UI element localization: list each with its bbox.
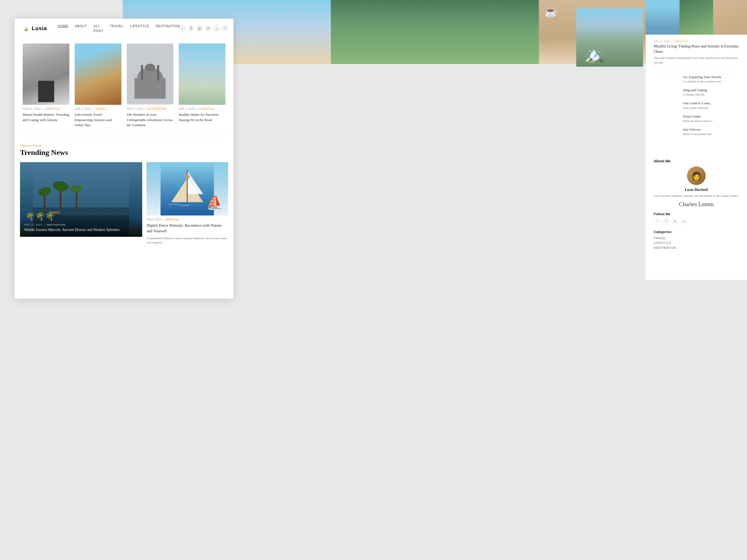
sidebar-article-meta: FEB 12, 2023 | LIFESTYLE [654, 40, 739, 43]
trending-main-overlay: FEB 10, 2023 | DESTINATION Middle Easter… [20, 218, 142, 237]
facebook-icon[interactable]: f [180, 26, 185, 31]
category-lifestyle[interactable]: LIFESTYLE [654, 241, 739, 244]
follow-title: Follow Me [654, 212, 739, 216]
sidebar-article-category: LIFESTYLE [674, 40, 688, 43]
follow-twitter-icon[interactable]: 𝕏 [663, 218, 669, 224]
trending-label: Popular Posts [20, 144, 228, 147]
article-category-2: TRAVEL [95, 107, 106, 110]
article-image-3 [127, 44, 174, 105]
nav-link-travel[interactable]: TRAVEL [110, 24, 124, 28]
logo[interactable]: 🍃 Lusia [23, 25, 47, 31]
article-meta-4: FEB 1, 2023 | LIFESTYLE [179, 107, 226, 110]
logo-text: Lusia [32, 25, 47, 31]
article-title-2: Solo Female Travel: Empowering Journeys … [75, 112, 121, 128]
trending-sec-date: FEB 6, 2023 [147, 218, 161, 221]
about-title: About Me [654, 159, 739, 163]
nav-link-home[interactable]: HOME [58, 24, 68, 28]
about-name: Lusia Bierhoff [654, 188, 739, 192]
menu-icon[interactable]: ≡ [223, 26, 228, 31]
article-category-4: LIFESTYLE [199, 107, 214, 110]
svg-rect-5 [157, 65, 159, 81]
follow-pinterest-icon[interactable]: P [681, 218, 687, 224]
sidebar-bg-articles: res: Exploring Your Travels h a checklis… [683, 75, 742, 140]
article-title-4: Healthy Habits for Travelers: Staying Fi… [179, 112, 226, 123]
article-meta-3: FEB 6, 2023 | DESTINATION [127, 107, 174, 110]
follow-icons: f 𝕏 ◎ P [654, 218, 739, 224]
pinterest-icon[interactable]: P [205, 26, 211, 31]
follow-instagram-icon[interactable]: ◎ [672, 218, 678, 224]
trending-sec-desc: A sustainable lifestyle is about making … [147, 236, 228, 245]
nav-link-about[interactable]: ABOUT [75, 24, 87, 28]
about-section: About Me Lusia Bierhoff I'm a traveler, … [654, 159, 739, 208]
sidebar-article-desc: This shift towards sustainability is not… [654, 56, 739, 64]
sidebar-img-1 [646, 0, 679, 35]
trending-title: Trending News [20, 148, 228, 157]
svg-point-21 [186, 175, 190, 179]
article-date-1: FEB 27, 2023 [23, 107, 41, 110]
article-meta-1: FEB 27, 2023 | LIFESTYLE [23, 107, 69, 110]
article-card-4[interactable]: FEB 1, 2023 | LIFESTYLE Healthy Habits f… [176, 44, 228, 128]
logo-icon: 🍃 [23, 25, 30, 31]
sidebar-top-images [646, 0, 747, 35]
trending-sec-meta: FEB 6, 2023 | LIFESTYLE [147, 218, 228, 221]
nav-item-about[interactable]: ABOUT [75, 24, 87, 33]
trending-main-article[interactable]: FEB 10, 2023 | DESTINATION Middle Easter… [20, 162, 142, 237]
nav-item-destination[interactable]: DESTINATION [156, 24, 180, 33]
articles-row: FEB 27, 2023 | LIFESTYLE Mental Health M… [15, 38, 233, 136]
categories-section: Categories TRAVEL LIFESTYLE DESTINATION [654, 230, 739, 249]
trending-main-title: Middle Eastern Marvels: Ancient History … [24, 227, 138, 233]
sidebar-divider [654, 73, 739, 74]
svg-rect-15 [57, 209, 58, 214]
nav-link-allpost[interactable]: ALL POST [94, 24, 104, 33]
follow-facebook-icon[interactable]: f [654, 218, 660, 224]
bg-art-2: eling and Coping ly friendly, ethically [683, 88, 742, 97]
bg-img-mountain [331, 0, 539, 64]
article-image-1 [23, 44, 69, 105]
article-date-2: FEB 8, 2023 [75, 107, 91, 110]
about-avatar [687, 166, 706, 185]
category-destination[interactable]: DESTINATION [654, 246, 739, 249]
search-icon[interactable]: ⌕ [214, 26, 219, 31]
nav-link-destination[interactable]: DESTINATION [156, 24, 180, 28]
bg-art-4: Down Under Rufolo are perfect places to [683, 114, 742, 123]
article-card-3[interactable]: FEB 6, 2023 | DESTINATION The Wonders of… [124, 44, 176, 128]
trending-section: Popular Posts Trending News [15, 136, 233, 250]
article-category-3: DESTINATION [147, 107, 166, 110]
twitter-icon[interactable]: 𝕏 [188, 26, 194, 31]
article-card-1[interactable]: FEB 27, 2023 | LIFESTYLE Mental Health M… [20, 44, 72, 128]
instagram-icon[interactable]: ◎ [197, 26, 202, 31]
article-card-2[interactable]: FEB 8, 2023 | TRAVEL Solo Female Travel:… [72, 44, 124, 128]
nav-item-lifestyle[interactable]: LIFESTYLE [130, 24, 149, 33]
bg-art-5: lust-Visit ers pment of your journey and [683, 127, 742, 136]
categories-title: Categories [654, 230, 739, 234]
follow-section: Follow Me f 𝕏 ◎ P [654, 212, 739, 224]
sidebar-article-date: FEB 12, 2023 [654, 40, 670, 43]
article-image-2 [75, 44, 121, 105]
nav-social-icons: f 𝕏 ◎ P ⌕ ≡ [180, 26, 228, 31]
sidebar-featured-article[interactable]: FEB 12, 2023 | LIFESTYLE Mindful Living:… [654, 40, 739, 69]
trending-main-category: DESTINATION [47, 223, 66, 226]
about-signature: Charles Lemm [654, 201, 739, 208]
nav-links: HOME ABOUT ALL POST TRAVEL LIFESTYLE DES… [58, 24, 180, 33]
sidebar-img-2 [679, 0, 713, 35]
about-description: I'm a traveler, wanderer, explorer, and … [654, 194, 739, 198]
right-sidebar: FEB 12, 2023 | LIFESTYLE Mindful Living:… [646, 0, 747, 280]
nav-link-lifestyle[interactable]: LIFESTYLE [130, 24, 149, 28]
category-travel[interactable]: TRAVEL [654, 237, 739, 240]
article-title-3: The Wonders of Asia: Unforgettable Adven… [127, 112, 174, 128]
trending-sec-category: LIFESTYLE [165, 218, 179, 221]
nav-item-travel[interactable]: TRAVEL [110, 24, 124, 33]
trending-main-date: FEB 10, 2023 [24, 223, 42, 226]
trending-secondary-article[interactable]: FEB 6, 2023 | LIFESTYLE Digital Detox Re… [147, 162, 228, 245]
trending-grid: FEB 10, 2023 | DESTINATION Middle Easter… [20, 162, 228, 245]
sidebar-img-3 [713, 0, 747, 35]
bg-mountain-woman-image [576, 8, 643, 67]
bg-art-1: res: Exploring Your Travels h a checklis… [683, 75, 742, 83]
navigation: 🍃 Lusia HOME ABOUT ALL POST TRAVEL LIFES… [15, 19, 233, 38]
sidebar-article-title: Mindful Living: Finding Peace and Sereni… [654, 44, 739, 54]
nav-item-allpost[interactable]: ALL POST [94, 24, 104, 33]
nav-item-home[interactable]: HOME [58, 24, 68, 33]
article-meta-2: FEB 8, 2023 | TRAVEL [75, 107, 121, 110]
main-card: 🍃 Lusia HOME ABOUT ALL POST TRAVEL LIFES… [15, 19, 233, 299]
article-date-3: FEB 6, 2023 [127, 107, 143, 110]
